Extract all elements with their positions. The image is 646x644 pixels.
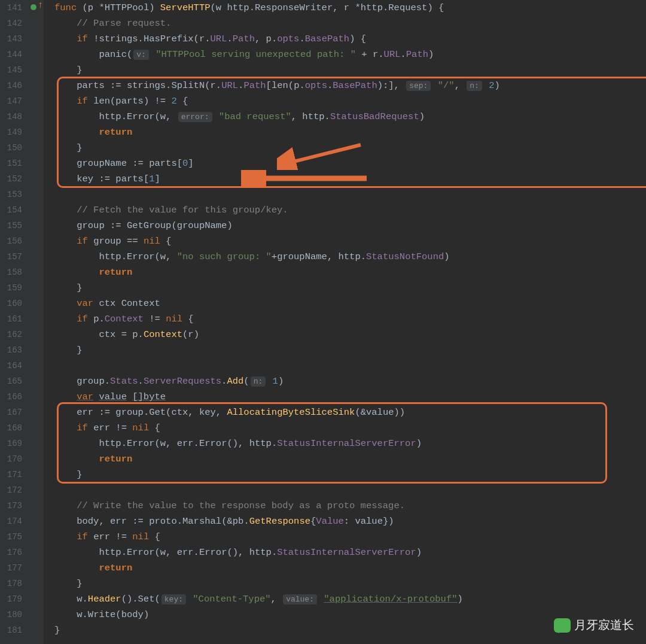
line-number: 178 (0, 576, 22, 591)
code-line[interactable]: http.Error(w, err.Error(), http.StatusIn… (54, 545, 646, 560)
line-number: 181 (0, 622, 22, 638)
code-editor: 1411421431441451461471481491501511521531… (0, 0, 646, 644)
code-line[interactable]: if err != nil { (54, 420, 646, 436)
code-line[interactable]: key := parts[1] (54, 171, 646, 187)
code-line[interactable] (54, 187, 646, 202)
line-number: 157 (0, 249, 22, 265)
line-number: 156 (0, 233, 22, 249)
code-line[interactable]: func (p *HTTPPool) ServeHTTP(w http.Resp… (54, 0, 646, 16)
line-number: 147 (0, 93, 22, 109)
vcs-change-icon: ↑ (38, 0, 44, 11)
code-line[interactable]: if err != nil { (54, 529, 646, 545)
inlay-hint: value: (283, 594, 317, 604)
line-number: 144 (0, 47, 22, 62)
watermark-label: 月牙寂道长 (574, 617, 634, 633)
line-number: 148 (0, 109, 22, 124)
line-number: 152 (0, 171, 22, 187)
line-number: 174 (0, 514, 22, 529)
line-number-gutter: 1411421431441451461471481491501511521531… (0, 0, 27, 644)
line-number: 153 (0, 187, 22, 202)
line-number: 168 (0, 420, 22, 436)
code-line[interactable]: var ctx Context (54, 296, 646, 311)
code-line[interactable]: http.Error(w, "no such group: "+groupNam… (54, 249, 646, 265)
line-number: 143 (0, 31, 22, 47)
code-line[interactable]: return (54, 451, 646, 467)
line-number: 163 (0, 342, 22, 358)
code-line[interactable]: } (54, 576, 646, 591)
inlay-hint: key: (162, 594, 186, 604)
breakpoint-icon[interactable] (30, 4, 37, 11)
line-number: 159 (0, 280, 22, 296)
line-number: 180 (0, 607, 22, 622)
line-number: 176 (0, 545, 22, 560)
line-number: 164 (0, 358, 22, 373)
code-line[interactable]: body, err := proto.Marshal(&pb.GetRespon… (54, 514, 646, 529)
line-number: 175 (0, 529, 22, 545)
icon-gutter: ↑ (27, 0, 44, 644)
code-line[interactable]: } (54, 62, 646, 78)
line-number: 161 (0, 311, 22, 327)
code-line[interactable] (54, 358, 646, 373)
line-number: 146 (0, 78, 22, 93)
line-number: 158 (0, 265, 22, 280)
line-number: 151 (0, 156, 22, 171)
code-line[interactable]: err := group.Get(ctx, key, AllocatingByt… (54, 405, 646, 420)
code-line[interactable]: } (54, 280, 646, 296)
line-number: 170 (0, 451, 22, 467)
code-line[interactable]: w.Header().Set(key: "Content-Type", valu… (54, 591, 646, 607)
inlay-hint: sep: (406, 81, 431, 91)
code-line[interactable]: if p.Context != nil { (54, 311, 646, 327)
inlay-hint: n: (467, 81, 482, 91)
line-number: 149 (0, 124, 22, 140)
line-number: 141 (0, 0, 22, 16)
code-line[interactable]: group.Stats.ServerRequests.Add(n: 1) (54, 373, 646, 389)
line-number: 167 (0, 405, 22, 420)
code-line[interactable]: ctx = p.Context(r) (54, 327, 646, 342)
code-line[interactable]: panic(v: "HTTPPool serving unexpected pa… (54, 47, 646, 62)
line-number: 162 (0, 327, 22, 342)
code-line[interactable]: if len(parts) != 2 { (54, 93, 646, 109)
inlay-hint: error: (178, 112, 212, 122)
code-line[interactable]: // Parse request. (54, 16, 646, 31)
code-line[interactable]: group := GetGroup(groupName) (54, 218, 646, 233)
line-number: 155 (0, 218, 22, 233)
line-number: 160 (0, 296, 22, 311)
line-number: 154 (0, 202, 22, 218)
line-number: 166 (0, 389, 22, 405)
code-line[interactable] (54, 482, 646, 498)
line-number: 150 (0, 140, 22, 156)
line-number: 177 (0, 560, 22, 576)
code-line[interactable]: http.Error(w, error: "bad request", http… (54, 109, 646, 124)
line-number: 165 (0, 373, 22, 389)
code-line[interactable]: groupName := parts[0] (54, 156, 646, 171)
code-line[interactable]: return (54, 124, 646, 140)
watermark: 月牙寂道长 (554, 617, 634, 633)
line-number: 171 (0, 467, 22, 482)
code-line[interactable]: if group == nil { (54, 233, 646, 249)
line-number: 179 (0, 591, 22, 607)
code-line[interactable]: } (54, 467, 646, 482)
line-number: 142 (0, 16, 22, 31)
line-number: 169 (0, 436, 22, 451)
inlay-hint: v: (133, 50, 149, 60)
code-line[interactable]: } (54, 342, 646, 358)
code-area[interactable]: func (p *HTTPPool) ServeHTTP(w http.Resp… (44, 0, 646, 644)
code-line[interactable]: // Write the value to the response body … (54, 498, 646, 514)
code-line[interactable]: http.Error(w, err.Error(), http.StatusIn… (54, 436, 646, 451)
code-line[interactable]: parts := strings.SplitN(r.URL.Path[len(p… (54, 78, 646, 93)
inlay-hint: n: (251, 376, 266, 387)
line-number: 173 (0, 498, 22, 514)
line-number: 172 (0, 482, 22, 498)
code-line[interactable]: } (54, 140, 646, 156)
code-line[interactable]: return (54, 560, 646, 576)
code-line[interactable]: // Fetch the value for this group/key. (54, 202, 646, 218)
code-line[interactable]: return (54, 265, 646, 280)
code-line[interactable]: var value []byte (54, 389, 646, 405)
wechat-icon (554, 618, 571, 633)
line-number: 145 (0, 62, 22, 78)
code-line[interactable]: if !strings.HasPrefix(r.URL.Path, p.opts… (54, 31, 646, 47)
